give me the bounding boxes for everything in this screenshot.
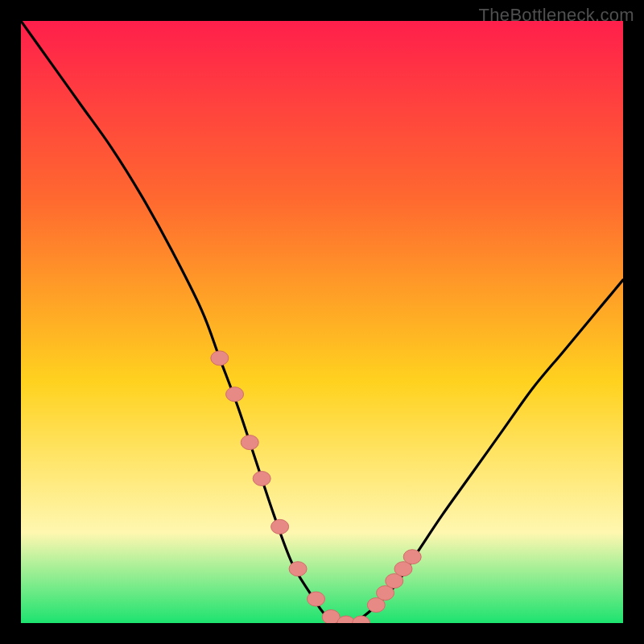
watermark-text: TheBottleneck.com <box>479 5 634 26</box>
curve-marker <box>289 562 307 576</box>
curve-marker <box>226 387 244 402</box>
chart-svg <box>21 21 623 623</box>
curve-marker <box>241 436 258 450</box>
curve-marker <box>271 519 289 534</box>
curve-marker <box>211 351 229 365</box>
chart-frame: TheBottleneck.com <box>0 0 644 644</box>
curve-marker <box>403 550 421 564</box>
plot-area <box>21 21 623 623</box>
curve-marker <box>253 471 270 485</box>
gradient-background <box>21 21 623 623</box>
curve-marker <box>308 592 325 606</box>
